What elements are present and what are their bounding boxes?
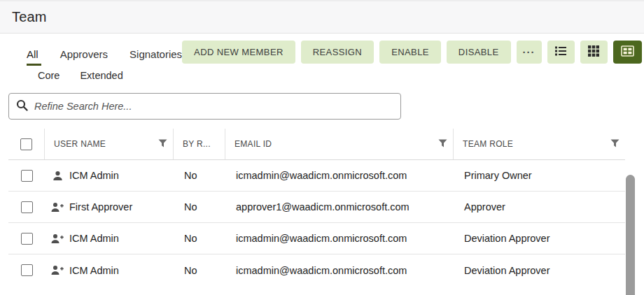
row-checkbox[interactable]: [21, 201, 33, 213]
by-role-cell: No: [174, 201, 225, 213]
more-options-button[interactable]: ···: [517, 41, 542, 64]
team-page: Team All Approvers Signatories ADD NEW M…: [0, 0, 644, 295]
table-row[interactable]: ICM Admin No icmadmin@waadicm.onmicrosof…: [8, 223, 625, 254]
team-role-cell: Deviation Approver: [454, 265, 625, 276]
table-header: USER NAME BY R... EMAIL ID TEAM ROLE: [8, 129, 625, 160]
user-name-cell: ICM Admin: [69, 233, 119, 244]
filter-icon[interactable]: [158, 139, 167, 150]
search-icon: [16, 99, 34, 114]
disable-button[interactable]: DISABLE: [447, 41, 511, 64]
by-role-cell: No: [174, 233, 225, 244]
tab-all[interactable]: All: [27, 48, 38, 66]
title-bar: Team: [0, 0, 644, 34]
select-all-checkbox[interactable]: [20, 138, 32, 150]
subtab-extended[interactable]: Extended: [80, 67, 122, 88]
user-name-cell: First Approver: [69, 201, 132, 213]
tab-bar: All Approvers Signatories: [27, 41, 182, 66]
ellipsis-icon: ···: [523, 46, 536, 58]
grid-view-button[interactable]: [580, 41, 608, 64]
enable-button[interactable]: ENABLE: [379, 41, 441, 64]
team-role-cell: Deviation Approver: [454, 233, 625, 244]
person-icon: [50, 171, 64, 181]
tab-approvers[interactable]: Approvers: [60, 48, 108, 66]
by-role-cell: No: [174, 265, 225, 276]
person-add-icon: [50, 265, 64, 275]
tab-signatories[interactable]: Signatories: [130, 48, 182, 66]
subtab-core[interactable]: Core: [38, 67, 59, 88]
table-view-icon: [621, 45, 634, 59]
column-header-by-role[interactable]: BY R...: [174, 129, 225, 159]
reassign-button[interactable]: REASSIGN: [301, 41, 374, 64]
column-label: TEAM ROLE: [463, 139, 513, 149]
page-title: Team: [12, 9, 47, 25]
table-view-button[interactable]: [613, 41, 642, 64]
toolbar-row: All Approvers Signatories ADD NEW MEMBER…: [0, 34, 644, 66]
email-cell: icmadmin@waadicm.onmicrosoft.com: [225, 233, 454, 244]
grid-view-icon: [588, 45, 599, 59]
email-cell: icmadmin@waadicm.onmicrosoft.com: [225, 170, 454, 181]
by-role-cell: No: [174, 170, 225, 181]
column-header-team-role[interactable]: TEAM ROLE: [454, 129, 625, 159]
column-label: BY R...: [183, 139, 211, 149]
column-header-user-name[interactable]: USER NAME: [45, 129, 174, 159]
filter-icon[interactable]: [610, 139, 620, 150]
add-new-member-button[interactable]: ADD NEW MEMBER: [182, 41, 295, 64]
column-header-email-id[interactable]: EMAIL ID: [225, 129, 454, 159]
column-label: EMAIL ID: [234, 139, 272, 149]
table-row[interactable]: First Approver No approver1@waadicm.onmi…: [8, 192, 625, 223]
subtab-bar: Core Extended: [0, 66, 644, 88]
user-name-cell: ICM Admin: [69, 265, 119, 276]
action-buttons: ADD NEW MEMBER REASSIGN ENABLE DISABLE ·…: [182, 41, 641, 64]
list-view-icon: [554, 45, 567, 59]
table-row[interactable]: ICM Admin No icmadmin@waadicm.onmicrosof…: [8, 254, 625, 286]
vertical-scrollbar[interactable]: [626, 175, 635, 295]
filter-icon[interactable]: [438, 139, 447, 150]
column-label: USER NAME: [54, 139, 106, 149]
table-row[interactable]: ICM Admin No icmadmin@waadicm.onmicrosof…: [8, 160, 625, 192]
team-table: USER NAME BY R... EMAIL ID TEAM ROLE: [8, 129, 625, 286]
team-role-cell: Approver: [454, 201, 625, 213]
row-checkbox[interactable]: [21, 170, 33, 182]
person-add-icon: [50, 233, 64, 244]
email-cell: icmadmin@waadicm.onmicrosoft.com: [225, 265, 454, 276]
list-view-button[interactable]: [547, 41, 575, 64]
search-box: [8, 93, 401, 120]
row-checkbox[interactable]: [21, 264, 33, 276]
person-add-icon: [50, 202, 64, 213]
user-name-cell: ICM Admin: [69, 170, 119, 181]
team-role-cell: Primary Owner: [454, 170, 625, 181]
email-cell: approver1@waadicm.onmicrosoft.com: [225, 201, 454, 213]
row-checkbox[interactable]: [21, 233, 33, 245]
search-input[interactable]: [34, 101, 393, 112]
